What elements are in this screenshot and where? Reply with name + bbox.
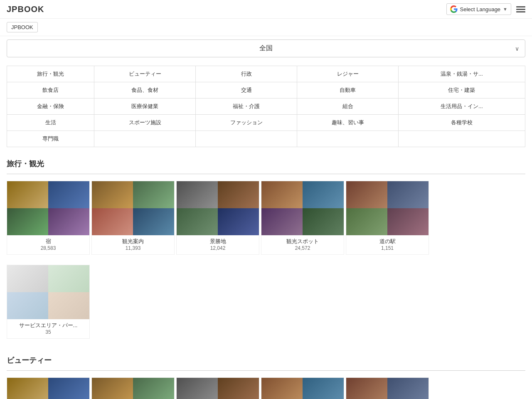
category-cell[interactable]: 自動車 [297,82,399,99]
category-cell[interactable] [196,131,297,147]
card-image [92,181,133,208]
card-label: 観光案内 [92,238,174,245]
card-image [133,378,174,399]
category-cell[interactable] [94,131,196,147]
category-cell[interactable]: 生活用品・イン... [398,99,525,115]
beauty-section: ビューティー [0,349,532,365]
card-count: 28,583 [7,245,89,251]
category-card[interactable]: 景勝地12,042 [176,181,259,255]
category-card[interactable] [91,377,175,399]
category-cell[interactable]: ビューティー [94,66,196,82]
card-image-grid [7,181,89,235]
category-card[interactable]: サービスエリア・パー...35 [7,265,90,339]
category-cell[interactable]: 組合 [297,99,399,115]
category-cell[interactable]: 住宅・建築 [398,82,525,99]
category-cell[interactable]: 専門職 [7,131,94,147]
language-arrow-icon: ▼ [503,7,507,12]
menu-icon[interactable] [516,6,525,12]
card-image [48,378,89,399]
travel-section: 旅行・観光 [0,152,532,169]
card-image [261,181,303,208]
language-label: Select Language [460,6,501,12]
language-selector[interactable]: Select Language ▼ [446,3,511,15]
card-count: 35 [7,329,89,335]
category-cell[interactable]: 交通 [196,82,297,99]
site-logo[interactable]: JPBOOK [7,5,44,14]
category-cell[interactable] [398,131,525,147]
card-count: 11,393 [92,245,174,251]
location-dropdown[interactable]: 全国 ∨ [7,39,525,57]
category-cell[interactable]: 医療保健業 [94,99,196,115]
category-card[interactable]: 観光案内11,393 [91,181,175,255]
category-card[interactable]: 道の駅1,151 [346,181,429,255]
card-image [387,208,429,235]
card-image-grid [346,378,429,399]
category-cell[interactable]: 趣味、習い事 [297,115,399,131]
category-cell[interactable]: レジャー [297,66,399,82]
travel-section-title: 旅行・観光 [7,159,525,169]
card-image [218,378,259,399]
location-selector-wrap: 全国 ∨ [0,36,532,61]
card-image [218,208,259,235]
card-image [387,378,429,399]
travel-divider [7,174,525,174]
card-image [387,181,429,208]
header-right: Select Language ▼ [446,3,525,15]
card-image [261,208,303,235]
card-image [177,208,218,235]
category-card[interactable]: 宿28,583 [7,181,90,255]
beauty-divider [7,370,525,371]
category-cell[interactable]: スポーツ施設 [94,115,196,131]
card-image [177,378,218,399]
card-count: 24,572 [261,245,344,251]
category-cell[interactable]: 行政 [196,66,297,82]
beauty-section-title: ビューティー [7,355,525,365]
category-card[interactable] [261,377,344,399]
category-card[interactable] [346,377,429,399]
card-image [133,181,174,208]
card-image [7,265,48,292]
category-cell[interactable]: 各種学校 [398,115,525,131]
card-label: 道の駅 [346,238,429,245]
breadcrumb-bar: JPBOOK [0,19,532,36]
beauty-cards [0,377,532,399]
card-image-grid [177,181,259,235]
card-image [133,208,174,235]
card-count: 1,151 [346,245,429,251]
category-cell[interactable]: ファッション [196,115,297,131]
card-image [177,181,218,208]
category-cell[interactable]: 旅行・観光 [7,66,94,82]
card-image [303,378,344,399]
card-label: 観光スポット [261,238,344,245]
category-card[interactable]: 観光スポット24,572 [261,181,344,255]
breadcrumb-home[interactable]: JPBOOK [7,22,38,32]
card-image-grid [261,181,344,235]
category-grid: 旅行・観光ビューティー行政レジャー温泉・銭湯・サ...飲食店食品、食材交通自動車… [7,66,525,147]
card-label: 宿 [7,238,89,245]
card-image-grid [92,181,174,235]
category-cell[interactable]: 飲食店 [7,82,94,99]
card-image [48,265,89,292]
category-card[interactable] [7,377,90,399]
category-cell[interactable]: 金融・保険 [7,99,94,115]
travel-cards-row2: サービスエリア・パー...35 [0,265,532,349]
card-count: 12,042 [177,245,259,251]
card-label: サービスエリア・パー... [7,322,89,329]
card-image [346,208,387,235]
category-card[interactable] [176,377,259,399]
category-cell[interactable]: 温泉・銭湯・サ... [398,66,525,82]
card-image-grid [177,378,259,399]
category-cell[interactable] [297,131,399,147]
card-image [303,208,344,235]
category-cell[interactable]: 食品、食材 [94,82,196,99]
category-cell[interactable]: 生活 [7,115,94,131]
card-image [48,181,89,208]
card-image [7,378,48,399]
travel-cards-row1: 宿28,583観光案内11,393景勝地12,042観光スポット24,572道の… [0,181,532,265]
card-image-grid [7,378,89,399]
card-image-grid [261,378,344,399]
card-image [7,208,48,235]
category-cell[interactable]: 福祉・介護 [196,99,297,115]
card-image [7,181,48,208]
card-image [303,181,344,208]
